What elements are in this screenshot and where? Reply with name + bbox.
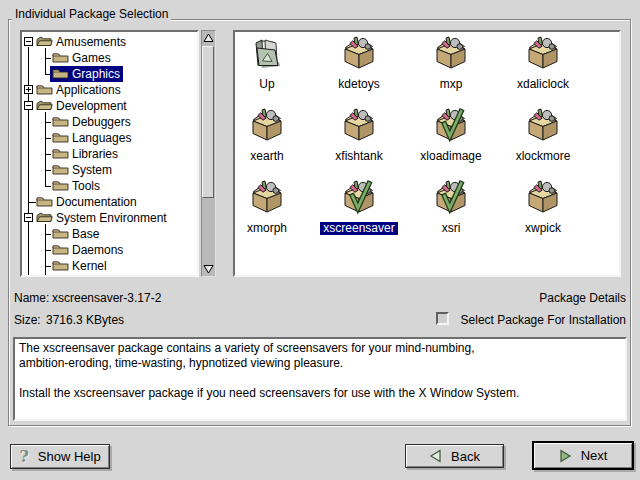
- package-checked-icon[interactable]: [433, 107, 469, 143]
- tree-item-label: Libraries: [72, 146, 118, 162]
- tree-item-content: Amusements: [34, 34, 129, 50]
- tree-item-amusements[interactable]: Amusements: [22, 34, 197, 50]
- closed-folder-icon: [52, 67, 72, 82]
- package-label[interactable]: xmorph: [247, 222, 287, 235]
- select-package-label[interactable]: Select Package For Installation: [461, 313, 626, 327]
- package-label[interactable]: kdetoys: [338, 78, 379, 91]
- tree-expander-minus-icon[interactable]: [24, 37, 33, 46]
- package-xsri[interactable]: xsri: [405, 179, 497, 251]
- scroll-up-icon[interactable]: [203, 33, 214, 43]
- tree-item-label: Development: [56, 98, 127, 114]
- scroll-down-icon[interactable]: [203, 264, 214, 274]
- package-label[interactable]: xscreensaver: [320, 222, 397, 235]
- tree-item-base[interactable]: Base: [22, 226, 197, 242]
- closed-folder-icon: [52, 163, 72, 178]
- package-description-text[interactable]: The xscreensaver package contains a vari…: [13, 337, 627, 421]
- package-xwpick[interactable]: xwpick: [497, 179, 589, 251]
- show-help-button[interactable]: ? Show Help: [10, 444, 110, 469]
- closed-folder-icon: [52, 115, 72, 130]
- package-grid: Upkdetoysmxpxdaliclockxearthxfishtankxlo…: [233, 32, 621, 277]
- scrollbar-thumb[interactable]: [202, 46, 214, 198]
- package-label[interactable]: xsri: [442, 222, 461, 235]
- package-checked-icon[interactable]: [341, 179, 377, 215]
- name-label: Name:: [14, 291, 49, 305]
- package-icon-panel[interactable]: Upkdetoysmxpxdaliclockxearthxfishtankxlo…: [233, 30, 621, 277]
- tree-item-system-environment[interactable]: System Environment: [22, 210, 197, 226]
- package-icon[interactable]: [341, 107, 377, 143]
- tree-item-label: Tools: [72, 178, 100, 194]
- tree-item-content: Base: [50, 226, 102, 242]
- package-label[interactable]: Up: [259, 78, 274, 91]
- closed-folder-icon: [36, 83, 56, 98]
- tree-item-content: Debuggers: [50, 114, 134, 130]
- tree-item-development[interactable]: Development: [22, 98, 197, 114]
- tree-item-label: Kernel: [72, 258, 107, 274]
- package-selection-screen: Individual Package Selection AmusementsG…: [0, 0, 640, 480]
- tree-item-graphics[interactable]: Graphics: [22, 66, 197, 82]
- tree-item-tools[interactable]: Tools: [22, 178, 197, 194]
- tree-item-label: Daemons: [72, 242, 123, 258]
- tree-item-content: Documentation: [34, 194, 140, 210]
- up-folder-icon[interactable]: [249, 35, 285, 71]
- tree-item-label: System: [72, 162, 112, 178]
- package-xearth[interactable]: xearth: [233, 107, 313, 179]
- tree-item-games[interactable]: Games: [22, 50, 197, 66]
- package-label[interactable]: mxp: [440, 78, 463, 91]
- package-icon[interactable]: [525, 179, 561, 215]
- package-icon[interactable]: [525, 35, 561, 71]
- package-icon[interactable]: [249, 107, 285, 143]
- tree-item-label: Games: [72, 50, 111, 66]
- tree-item-libraries[interactable]: Libraries: [22, 146, 197, 162]
- package-kdetoys[interactable]: kdetoys: [313, 35, 405, 107]
- tree-item-label: Documentation: [56, 194, 137, 210]
- tree-item-debuggers[interactable]: Debuggers: [22, 114, 197, 130]
- tree-item-documentation[interactable]: Documentation: [22, 194, 197, 210]
- package-label[interactable]: xwpick: [525, 222, 561, 235]
- back-button[interactable]: Back: [405, 444, 504, 468]
- tree-expander-minus-icon[interactable]: [24, 101, 33, 110]
- package-mxp[interactable]: mxp: [405, 35, 497, 107]
- tree-item-content: System Environment: [34, 210, 170, 226]
- tree-item-content: Tools: [50, 178, 103, 194]
- package-up[interactable]: Up: [233, 35, 313, 107]
- tree-item-content: Graphics: [50, 66, 123, 82]
- closed-folder-icon: [52, 51, 72, 66]
- size-value: 3716.3 KBytes: [46, 313, 124, 327]
- select-package-checkbox[interactable]: [436, 312, 449, 325]
- tree-item-content: System: [50, 162, 115, 178]
- package-checked-icon[interactable]: [433, 179, 469, 215]
- package-icon[interactable]: [525, 107, 561, 143]
- tree-item-content: Applications: [34, 82, 124, 98]
- tree-expander-plus-icon[interactable]: [24, 85, 33, 94]
- tree-item-label: Amusements: [56, 34, 126, 50]
- closed-folder-icon: [52, 179, 72, 194]
- show-help-label: Show Help: [38, 449, 101, 464]
- package-xfishtank[interactable]: xfishtank: [313, 107, 405, 179]
- package-label[interactable]: xdaliclock: [517, 78, 569, 91]
- package-xloadimage[interactable]: xloadimage: [405, 107, 497, 179]
- tree-scrollbar[interactable]: [201, 30, 216, 277]
- tree-item-label: Languages: [72, 130, 131, 146]
- tree-item-system[interactable]: System: [22, 162, 197, 178]
- package-xmorph[interactable]: xmorph: [233, 179, 313, 251]
- package-label[interactable]: xlockmore: [516, 150, 571, 163]
- tree-item-daemons[interactable]: Daemons: [22, 242, 197, 258]
- tree-item-label: Debuggers: [72, 114, 131, 130]
- tree-item-languages[interactable]: Languages: [22, 130, 197, 146]
- package-label[interactable]: xfishtank: [335, 150, 382, 163]
- package-label[interactable]: xearth: [250, 150, 283, 163]
- category-tree[interactable]: AmusementsGamesGraphicsApplicationsDevel…: [20, 30, 199, 277]
- package-icon[interactable]: [249, 179, 285, 215]
- tree-rows: AmusementsGamesGraphicsApplicationsDevel…: [22, 32, 197, 275]
- package-xscreensaver[interactable]: xscreensaver: [313, 179, 405, 251]
- next-button[interactable]: Next: [532, 441, 634, 470]
- tree-item-kernel[interactable]: Kernel: [22, 258, 197, 274]
- closed-folder-icon: [52, 259, 72, 274]
- package-xlockmore[interactable]: xlockmore: [497, 107, 589, 179]
- tree-expander-minus-icon[interactable]: [24, 213, 33, 222]
- tree-item-applications[interactable]: Applications: [22, 82, 197, 98]
- package-label[interactable]: xloadimage: [420, 150, 481, 163]
- package-icon[interactable]: [433, 35, 469, 71]
- package-icon[interactable]: [341, 35, 377, 71]
- package-xdaliclock[interactable]: xdaliclock: [497, 35, 589, 107]
